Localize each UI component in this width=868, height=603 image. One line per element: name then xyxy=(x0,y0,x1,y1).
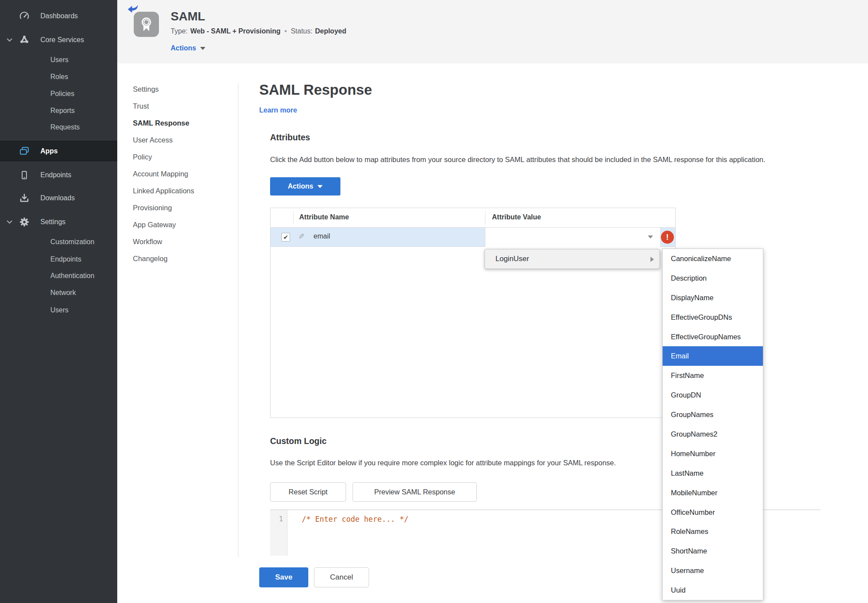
stacked-windows-icon xyxy=(18,145,30,157)
sidebar-item-core-services[interactable]: Core Services xyxy=(0,30,117,50)
editor-code-area[interactable]: /* Enter code here... */ xyxy=(302,515,409,523)
reset-script-button[interactable]: Reset Script xyxy=(270,482,346,502)
menu-item-firstname[interactable]: FirstName xyxy=(663,366,763,385)
sidebar-item-label: Authentication xyxy=(50,272,94,280)
app-window: SAML Type: Web - SAML + Provisioning • S… xyxy=(0,0,868,603)
chevron-down-icon xyxy=(317,185,323,188)
menu-item-groupnames2[interactable]: GroupNames2 xyxy=(663,424,763,444)
menu-item-username[interactable]: Username xyxy=(663,561,763,580)
tab-provisioning[interactable]: Provisioning xyxy=(133,199,233,216)
sidebar-item-label: Dashboards xyxy=(40,12,78,20)
menu-item-shortname[interactable]: ShortName xyxy=(663,541,763,561)
sidebar-item-requests[interactable]: Requests xyxy=(0,118,117,137)
column-header-attribute-name: Attribute Name xyxy=(299,213,349,221)
caret-down-icon xyxy=(648,235,653,239)
preview-saml-response-button[interactable]: Preview SAML Response xyxy=(353,482,477,502)
menu-item-displayname[interactable]: DisplayName xyxy=(663,288,763,308)
sidebar: Dashboards Core Services Users Roles Pol… xyxy=(0,0,117,603)
error-icon: ! xyxy=(661,231,674,244)
section-title: SAML Response xyxy=(259,82,372,98)
sidebar-item-label: Settings xyxy=(40,218,66,226)
attributes-actions-button[interactable]: Actions xyxy=(270,177,340,195)
pencil-icon[interactable]: ✎ xyxy=(298,232,304,241)
meta-separator: • xyxy=(283,27,288,35)
attributes-description: Click the Add button below to map attrib… xyxy=(270,156,766,164)
chevron-down-icon xyxy=(5,218,14,226)
download-tray-icon xyxy=(18,192,30,204)
mobile-device-icon xyxy=(18,169,30,181)
header-actions-label: Actions xyxy=(171,44,196,52)
menu-item-groupdn[interactable]: GroupDN xyxy=(663,385,763,405)
menu-item-label: LoginUser xyxy=(485,255,529,263)
app-meta: Type: Web - SAML + Provisioning • Status… xyxy=(171,27,346,35)
menu-item-description[interactable]: Description xyxy=(663,268,763,288)
tab-policy[interactable]: Policy xyxy=(133,149,233,166)
sidebar-item-users[interactable]: Users xyxy=(0,50,117,70)
tab-app-gateway[interactable]: App Gateway xyxy=(133,216,233,233)
column-divider xyxy=(485,211,485,225)
table-row-email[interactable]: ✔ ✎ email ! xyxy=(271,228,675,247)
attributes-heading: Attributes xyxy=(270,133,310,142)
gear-icon xyxy=(18,216,30,228)
menu-item-effectivegroupdns[interactable]: EffectiveGroupDNs xyxy=(663,308,763,327)
tab-settings[interactable]: Settings xyxy=(133,81,233,98)
editor-gutter: 1 xyxy=(270,510,287,556)
tab-linked-applications[interactable]: Linked Applications xyxy=(133,182,233,199)
tab-account-mapping[interactable]: Account Mapping xyxy=(133,166,233,182)
sidebar-item-dashboards[interactable]: Dashboards xyxy=(0,7,117,26)
chevron-down-icon xyxy=(5,36,14,44)
tab-user-access[interactable]: User Access xyxy=(133,132,233,149)
sidebar-item-downloads[interactable]: Downloads xyxy=(0,189,117,208)
menu-item-homenumber[interactable]: HomeNumber xyxy=(663,444,763,464)
header-actions-menu[interactable]: Actions xyxy=(171,44,205,52)
tab-workflow[interactable]: Workflow xyxy=(133,233,233,250)
tab-saml-response[interactable]: SAML Response xyxy=(133,115,233,132)
sidebar-item-apps[interactable]: Apps xyxy=(0,141,117,161)
menu-item-uuid[interactable]: Uuid xyxy=(663,580,763,600)
app-config-nav: Settings Trust SAML Response User Access… xyxy=(133,81,233,267)
save-button[interactable]: Save xyxy=(259,567,308,587)
line-number: 1 xyxy=(279,515,283,523)
type-value: Web - SAML + Provisioning xyxy=(190,27,281,35)
sidebar-item-label: Core Services xyxy=(40,36,84,44)
table-header: Attribute Name Attribute Value xyxy=(271,208,675,228)
sidebar-item-customization[interactable]: Customization xyxy=(0,232,117,252)
sidebar-item-settings[interactable]: Settings xyxy=(0,212,117,232)
menu-item-groupnames[interactable]: GroupNames xyxy=(663,405,763,424)
menu-item-officenumber[interactable]: OfficeNumber xyxy=(663,503,763,522)
caret-right-icon xyxy=(650,257,654,262)
row-checkbox[interactable]: ✔ xyxy=(281,233,290,242)
cancel-button[interactable]: Cancel xyxy=(314,567,369,587)
sidebar-item-endpoints[interactable]: Endpoints xyxy=(0,166,117,185)
sidebar-item-label: Reports xyxy=(50,107,75,115)
sidebar-item-label: Network xyxy=(50,289,76,297)
menu-item-rolenames[interactable]: RoleNames xyxy=(663,522,763,541)
learn-more-link[interactable]: Learn more xyxy=(259,106,297,114)
custom-logic-description: Use the Script Editor below if you requi… xyxy=(270,459,616,467)
menu-item-canonicalizename[interactable]: CanonicalizeName xyxy=(663,249,763,268)
sidebar-item-authentication[interactable]: Authentication xyxy=(0,266,117,285)
sidebar-item-network[interactable]: Network xyxy=(0,283,117,302)
sidebar-item-label: Roles xyxy=(50,73,68,81)
menu-item-lastname[interactable]: LastName xyxy=(663,464,763,483)
attribute-value-dropdown[interactable] xyxy=(485,228,660,247)
custom-logic-heading: Custom Logic xyxy=(270,436,327,446)
dropdown-menu-loginuser[interactable]: LoginUser xyxy=(485,249,660,269)
sidebar-item-label: Downloads xyxy=(40,194,75,202)
tab-changelog[interactable]: Changelog xyxy=(133,250,233,267)
page-title: SAML xyxy=(171,10,205,23)
sidebar-item-users-settings[interactable]: Users xyxy=(0,301,117,320)
tab-trust[interactable]: Trust xyxy=(133,98,233,115)
menu-item-mobilenumber[interactable]: MobileNumber xyxy=(663,483,763,503)
sidebar-item-label: Customization xyxy=(50,238,94,246)
sidebar-item-label: Users xyxy=(50,306,69,314)
sidebar-item-label: Users xyxy=(50,56,69,64)
sidebar-item-policies[interactable]: Policies xyxy=(0,84,117,103)
column-header-attribute-value: Attribute Value xyxy=(492,213,541,221)
attributes-table: Attribute Name Attribute Value ✔ ✎ email… xyxy=(270,208,676,418)
sidebar-item-label: Endpoints xyxy=(50,255,81,263)
sidebar-item-roles[interactable]: Roles xyxy=(0,67,117,86)
menu-item-effectivegroupnames[interactable]: EffectiveGroupNames xyxy=(663,327,763,347)
sidebar-item-label: Endpoints xyxy=(40,171,71,179)
menu-item-email[interactable]: Email xyxy=(663,346,763,366)
